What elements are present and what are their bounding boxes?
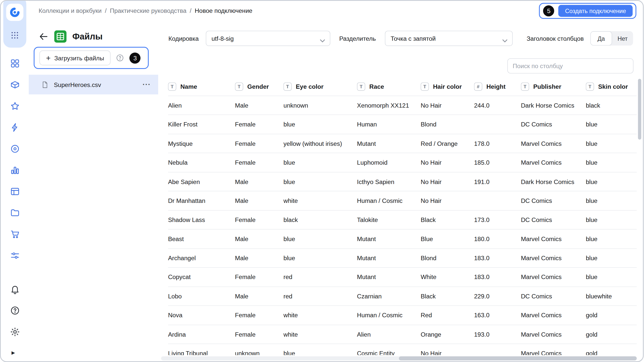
connections-folder-icon[interactable] bbox=[10, 208, 20, 219]
editor-circle-icon[interactable] bbox=[10, 144, 20, 156]
table-cell: white bbox=[284, 325, 357, 344]
table-cell: blue bbox=[586, 134, 637, 153]
column-header: TName bbox=[168, 78, 235, 96]
datasets-table-icon[interactable] bbox=[10, 186, 20, 198]
table-row: NovaFemalewhiteHuman / CosmicRed163.0Mar… bbox=[168, 306, 637, 325]
column-label: Publisher bbox=[533, 83, 561, 90]
tutorial-highlight-create: 5 Создать подключение bbox=[539, 3, 636, 19]
horizontal-scrollbar-thumb[interactable] bbox=[399, 356, 637, 360]
apps-grid-icon[interactable] bbox=[10, 30, 20, 40]
upload-files-label: Загрузить файлы bbox=[54, 54, 104, 61]
table-cell: Human / Cosmic bbox=[357, 306, 421, 325]
table-cell: Male bbox=[235, 172, 284, 191]
table-cell: Alien bbox=[357, 325, 421, 344]
table-cell: Marvel Comics bbox=[521, 153, 586, 172]
table-cell: Male bbox=[235, 96, 284, 115]
plus-icon: + bbox=[46, 54, 51, 62]
table-cell: DC Comics bbox=[521, 115, 586, 134]
column-label: Skin color bbox=[598, 83, 628, 90]
charts-bar-icon[interactable] bbox=[10, 165, 20, 177]
vertical-scrollbar-thumb[interactable] bbox=[638, 79, 641, 140]
text-type-icon: T bbox=[421, 82, 429, 91]
breadcrumb-item[interactable]: Практические руководства bbox=[110, 7, 186, 14]
table-cell: No Hair bbox=[421, 96, 474, 115]
table-cell: blue bbox=[284, 172, 357, 191]
table-cell: blue bbox=[284, 229, 357, 248]
delimiter-select[interactable]: Точка с запятой bbox=[385, 31, 513, 46]
table-cell: Lobo bbox=[168, 287, 235, 306]
file-name: SuperHeroes.csv bbox=[54, 81, 138, 88]
lightning-icon[interactable] bbox=[10, 122, 20, 134]
vertical-scrollbar[interactable] bbox=[638, 78, 641, 352]
table-cell: 183.0 bbox=[474, 248, 521, 267]
encoding-select[interactable]: utf-8-sig bbox=[206, 31, 330, 46]
columns-header-group: Заголовок столбцов Да Нет bbox=[527, 31, 633, 46]
files-panel: Файлы + Загрузить файлы 3 SuperHeroes.cs… bbox=[29, 21, 158, 361]
table-row: Killer FrostFemaleblueHumanBlondDC Comic… bbox=[168, 115, 637, 134]
table-cell: No Hair bbox=[421, 153, 474, 172]
rail-bottom bbox=[1, 284, 29, 339]
file-list-item-selected[interactable]: SuperHeroes.csv ··· bbox=[29, 75, 158, 94]
settings-gear-icon[interactable] bbox=[10, 327, 20, 339]
datalens-logo[interactable] bbox=[6, 4, 23, 21]
table-cell: No Hair bbox=[421, 344, 474, 355]
table-cell: 180.0 bbox=[474, 229, 521, 248]
rail-nav bbox=[1, 58, 29, 262]
text-type-icon: T bbox=[168, 82, 176, 91]
table-cell: blue bbox=[284, 115, 357, 134]
table-cell: DC Comics bbox=[521, 287, 586, 306]
table-cell: 193.0 bbox=[474, 325, 521, 344]
breadcrumb-item[interactable]: Коллекции и воркбуки bbox=[39, 7, 102, 14]
favorites-star-icon[interactable] bbox=[10, 101, 20, 113]
column-header: TRace bbox=[357, 78, 421, 96]
table-cell: Blue bbox=[421, 229, 474, 248]
table-body: AlienMaleunknownXenomorph XX121No Hair24… bbox=[168, 96, 637, 355]
column-search-input[interactable] bbox=[507, 58, 633, 73]
table-cell: red bbox=[284, 267, 357, 287]
text-type-icon: T bbox=[235, 82, 243, 91]
column-search bbox=[507, 58, 633, 73]
files-panel-header: Файлы bbox=[39, 30, 103, 43]
table-cell: Marvel Comics bbox=[521, 229, 586, 248]
horizontal-scrollbar[interactable] bbox=[161, 356, 637, 360]
table-cell: Dark Horse Comics bbox=[521, 96, 586, 115]
table-row: Living TribunalunknownblueCosmic EntityN… bbox=[168, 344, 637, 355]
table-cell: Nebula bbox=[168, 153, 235, 172]
table-cell: Mystique bbox=[168, 134, 235, 153]
table-cell: Nova bbox=[168, 306, 235, 325]
number-type-icon: # bbox=[474, 82, 482, 91]
marketplace-cart-icon[interactable] bbox=[10, 229, 20, 241]
table-cell: Xenomorph XX121 bbox=[357, 96, 421, 115]
expand-panel-icon[interactable]: ▶ bbox=[12, 350, 15, 355]
table-cell: blue bbox=[284, 248, 357, 267]
upload-help-icon[interactable] bbox=[116, 54, 124, 62]
table-cell: unknown bbox=[235, 344, 284, 355]
table-cell: Beast bbox=[168, 229, 235, 248]
table-cell: gold bbox=[586, 306, 637, 325]
table-cell: Archangel bbox=[168, 248, 235, 267]
notifications-bell-icon[interactable] bbox=[10, 284, 20, 296]
back-arrow-icon[interactable] bbox=[39, 32, 49, 41]
table-cell: blue bbox=[586, 210, 637, 229]
toggle-no[interactable]: Нет bbox=[612, 31, 633, 46]
toggle-yes[interactable]: Да bbox=[590, 31, 612, 46]
help-question-icon[interactable] bbox=[10, 305, 20, 317]
services-sliders-icon[interactable] bbox=[10, 250, 20, 262]
table-cell: Mutant bbox=[357, 267, 421, 287]
breadcrumb-item: Новое подключение bbox=[195, 7, 252, 14]
table-cell: blue bbox=[284, 153, 357, 172]
create-connection-button[interactable]: Создать подключение bbox=[558, 5, 633, 17]
chevron-down-icon bbox=[320, 37, 325, 40]
table-cell: No Hair bbox=[421, 191, 474, 210]
columns-header-toggle: Да Нет bbox=[590, 31, 633, 46]
collections-grid-icon[interactable] bbox=[10, 58, 20, 70]
table-cell: blue bbox=[586, 172, 637, 191]
table-cell: 163.0 bbox=[474, 306, 521, 325]
workbooks-box-icon[interactable] bbox=[10, 80, 20, 92]
file-more-menu[interactable]: ··· bbox=[143, 80, 151, 89]
upload-files-button[interactable]: + Загрузить файлы bbox=[39, 51, 111, 65]
table-cell: gold bbox=[586, 325, 637, 344]
table-cell: Male bbox=[235, 287, 284, 306]
table-cell: Mutant bbox=[357, 248, 421, 267]
table-cell: 244.0 bbox=[474, 96, 521, 115]
